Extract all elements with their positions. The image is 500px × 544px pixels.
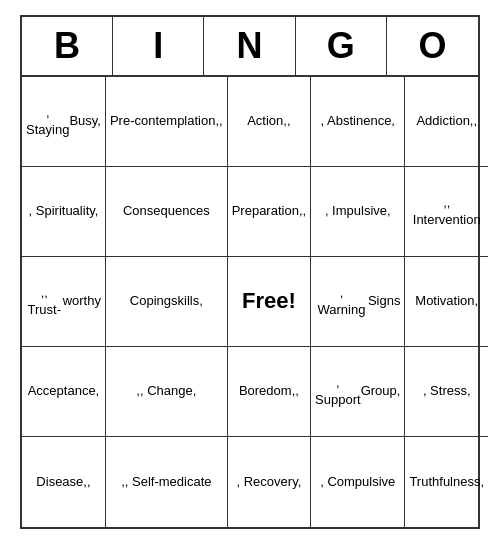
header-b: B (22, 17, 113, 75)
bingo-cell-14[interactable]: Motivation, (405, 257, 488, 347)
bingo-cell-23[interactable]: , Compulsive (311, 437, 405, 527)
bingo-cell-3[interactable]: , Abstinence, (311, 77, 405, 167)
bingo-cell-15[interactable]: Acceptance, (22, 347, 106, 437)
bingo-card: B I N G O , StayingBusy,Pre-contemplatio… (20, 15, 480, 529)
bingo-header: B I N G O (22, 17, 478, 77)
header-i: I (113, 17, 204, 75)
bingo-cell-2[interactable]: Action,, (228, 77, 311, 167)
bingo-cell-22[interactable]: , Recovery, (228, 437, 311, 527)
bingo-cell-10[interactable]: ,, Trust-worthy (22, 257, 106, 347)
bingo-cell-18[interactable]: , SupportGroup, (311, 347, 405, 437)
bingo-cell-6[interactable]: Consequences (106, 167, 228, 257)
bingo-cell-4[interactable]: Addiction,, (405, 77, 488, 167)
header-g: G (296, 17, 387, 75)
bingo-cell-20[interactable]: Disease,, (22, 437, 106, 527)
bingo-cell-1[interactable]: Pre-contemplation,, (106, 77, 228, 167)
bingo-cell-24[interactable]: Truthfulness, (405, 437, 488, 527)
header-n: N (204, 17, 295, 75)
bingo-grid: , StayingBusy,Pre-contemplation,,Action,… (22, 77, 478, 527)
bingo-cell-9[interactable]: ,, Intervention (405, 167, 488, 257)
bingo-cell-17[interactable]: Boredom,, (228, 347, 311, 437)
bingo-cell-8[interactable]: , Impulsive, (311, 167, 405, 257)
bingo-cell-11[interactable]: Copingskills, (106, 257, 228, 347)
bingo-cell-16[interactable]: ,, Change, (106, 347, 228, 437)
bingo-cell-12[interactable]: Free! (228, 257, 311, 347)
header-o: O (387, 17, 478, 75)
bingo-cell-21[interactable]: ,, Self-medicate (106, 437, 228, 527)
bingo-cell-19[interactable]: , Stress, (405, 347, 488, 437)
bingo-cell-0[interactable]: , StayingBusy, (22, 77, 106, 167)
bingo-cell-7[interactable]: Preparation,, (228, 167, 311, 257)
bingo-cell-5[interactable]: , Spirituality, (22, 167, 106, 257)
bingo-cell-13[interactable]: , WarningSigns (311, 257, 405, 347)
